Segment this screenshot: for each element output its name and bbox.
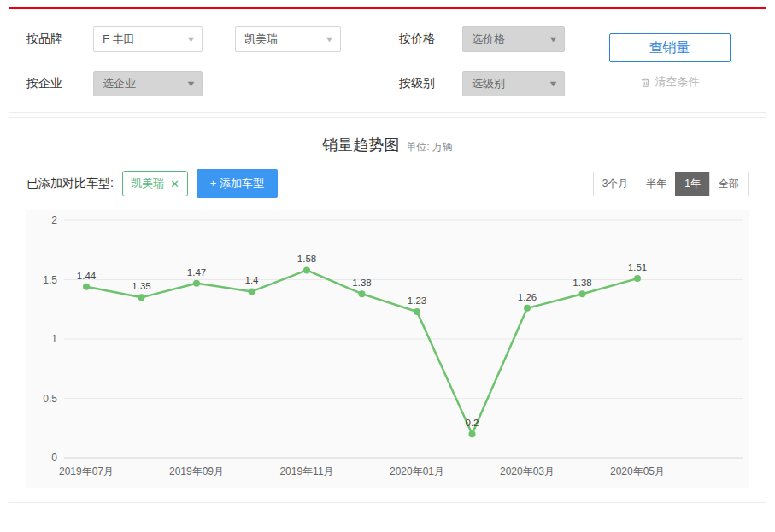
chevron-down-icon: ▼ (548, 35, 558, 44)
page: 按品牌 F 丰田 ▼ 凯美瑞 ▼ 按价格 选价格 ▼ 按企业 选企业 ▼ 按级别 (0, 0, 775, 510)
filter-panel: 按品牌 F 丰田 ▼ 凯美瑞 ▼ 按价格 选价格 ▼ 按企业 选企业 ▼ 按级别 (9, 7, 766, 113)
chart-panel: 销量趋势图 单位: 万辆 已添加对比车型: 凯美瑞 ✕ + 添加车型 3个月 半… (9, 117, 766, 503)
chart-title: 销量趋势图 (322, 135, 399, 155)
model-select-value: 凯美瑞 (244, 32, 278, 47)
chart-unit-label: 单位: 万辆 (406, 140, 453, 155)
filter-actions: 查销量 清空条件 (590, 33, 749, 90)
enterprise-label: 按企业 (26, 76, 93, 91)
range-1-year-button[interactable]: 1年 (675, 172, 710, 196)
svg-text:2020年03月: 2020年03月 (500, 465, 555, 477)
price-select[interactable]: 选价格 ▼ (462, 26, 565, 52)
level-select-value: 选级别 (472, 76, 505, 91)
compare-models-group: 已添加对比车型: 凯美瑞 ✕ + 添加车型 (26, 169, 278, 198)
svg-text:2020年05月: 2020年05月 (610, 465, 665, 477)
svg-text:1.51: 1.51 (628, 262, 647, 272)
chart-title-row: 销量趋势图 单位: 万辆 (26, 135, 749, 155)
svg-text:1.4: 1.4 (245, 275, 260, 285)
range-all-button[interactable]: 全部 (709, 172, 749, 196)
svg-text:0: 0 (51, 452, 57, 464)
range-half-year-button[interactable]: 半年 (637, 172, 676, 196)
enterprise-select[interactable]: 选企业 ▼ (93, 71, 203, 96)
svg-text:0.2: 0.2 (466, 418, 479, 428)
svg-text:2: 2 (51, 214, 57, 226)
brand-select-value: F 丰田 (103, 32, 135, 47)
compare-models-label: 已添加对比车型: (26, 176, 114, 191)
chevron-down-icon: ▼ (185, 35, 196, 44)
brand-select[interactable]: F 丰田 ▼ (93, 26, 203, 52)
price-select-value: 选价格 (472, 32, 505, 47)
price-label: 按价格 (399, 32, 462, 47)
trend-chart-card: 00.511.522019年07月2019年09月2019年11月2020年01… (26, 210, 749, 488)
model-select[interactable]: 凯美瑞 ▼ (235, 26, 341, 52)
svg-text:2019年09月: 2019年09月 (169, 465, 224, 477)
svg-text:1.5: 1.5 (43, 274, 57, 286)
svg-text:2019年07月: 2019年07月 (59, 465, 114, 477)
clear-conditions-label: 清空条件 (655, 74, 700, 90)
model-tag-label: 凯美瑞 (131, 176, 164, 191)
svg-text:2020年01月: 2020年01月 (390, 465, 444, 477)
brand-label: 按品牌 (26, 32, 93, 47)
filter-grid: 按品牌 F 丰田 ▼ 凯美瑞 ▼ 按价格 选价格 ▼ 按企业 选企业 ▼ 按级别 (26, 26, 590, 96)
svg-text:1.38: 1.38 (572, 278, 591, 288)
range-3-months-button[interactable]: 3个月 (593, 172, 638, 196)
svg-text:1.58: 1.58 (297, 254, 316, 264)
time-range-group: 3个月 半年 1年 全部 (593, 172, 749, 196)
chevron-down-icon: ▼ (324, 35, 334, 44)
trash-icon (640, 77, 651, 88)
svg-text:1: 1 (51, 333, 57, 345)
svg-text:1.44: 1.44 (77, 271, 97, 281)
add-model-button[interactable]: + 添加车型 (197, 169, 278, 198)
svg-text:1.26: 1.26 (518, 292, 537, 302)
svg-text:1.47: 1.47 (187, 267, 206, 278)
svg-text:1.23: 1.23 (408, 295, 426, 306)
clear-conditions-button[interactable]: 清空条件 (640, 74, 700, 90)
chevron-down-icon: ▼ (548, 79, 558, 88)
query-sales-button[interactable]: 查销量 (609, 33, 731, 62)
svg-text:1.38: 1.38 (352, 278, 371, 288)
svg-text:0.5: 0.5 (43, 393, 57, 405)
svg-text:1.35: 1.35 (132, 281, 150, 291)
chevron-down-icon: ▼ (185, 79, 196, 88)
level-label: 按级别 (399, 76, 462, 91)
enterprise-select-value: 选企业 (103, 76, 136, 91)
level-select[interactable]: 选级别 ▼ (462, 71, 565, 96)
model-tag: 凯美瑞 ✕ (122, 171, 188, 196)
svg-text:2019年11月: 2019年11月 (279, 465, 333, 477)
trend-line-chart: 00.511.522019年07月2019年09月2019年11月2020年01… (26, 210, 749, 485)
remove-model-icon[interactable]: ✕ (170, 178, 179, 190)
chart-controls-row: 已添加对比车型: 凯美瑞 ✕ + 添加车型 3个月 半年 1年 全部 (26, 169, 749, 198)
